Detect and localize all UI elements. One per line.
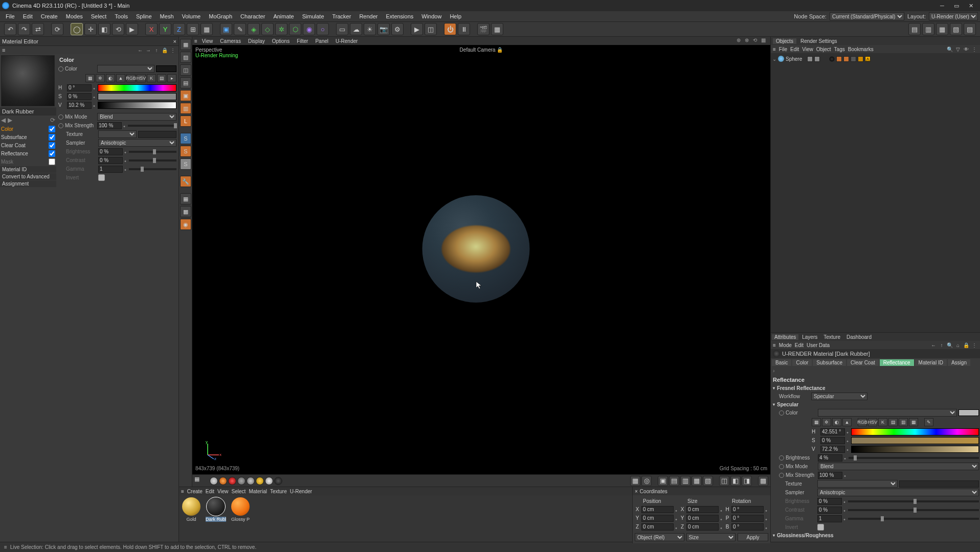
layout-4[interactable]: ▧ bbox=[950, 23, 962, 35]
render-settings[interactable]: ▦ bbox=[491, 23, 503, 35]
color-mode-icon-2[interactable]: ✲ bbox=[96, 74, 105, 82]
attr-menu-userdata[interactable]: User Data bbox=[807, 342, 830, 348]
snap-2[interactable]: S bbox=[180, 146, 191, 157]
mtab-subsurface[interactable]: Subsurface bbox=[813, 359, 846, 366]
live-selection-tool[interactable]: ◯ bbox=[71, 23, 83, 35]
material-gold-swatch[interactable] bbox=[182, 497, 201, 516]
texture-select[interactable] bbox=[98, 130, 137, 138]
vp-btn-d1[interactable]: ▩ bbox=[758, 476, 768, 486]
attr-menu-mode[interactable]: Mode bbox=[779, 342, 792, 348]
primitive-cube[interactable]: ▣ bbox=[220, 23, 232, 35]
mtab-basic[interactable]: Basic bbox=[772, 359, 791, 366]
generator-3[interactable]: ✲ bbox=[275, 23, 287, 35]
texture-field[interactable] bbox=[138, 131, 176, 138]
mtab-clearcoat[interactable]: Clear Coat bbox=[847, 359, 879, 366]
vp-menu-urender[interactable]: U-Render bbox=[333, 38, 360, 44]
rot-h-input[interactable] bbox=[731, 506, 764, 513]
obj-menu-tags[interactable]: Tags bbox=[834, 47, 845, 52]
redo-button[interactable]: ↷ bbox=[18, 23, 30, 35]
size-x-input[interactable] bbox=[686, 506, 719, 513]
spec-color-radio[interactable] bbox=[779, 410, 784, 416]
history-button[interactable]: ⟳ bbox=[51, 23, 63, 35]
obj-eye-icon[interactable]: 👁 bbox=[963, 45, 970, 53]
mixstr-slider[interactable] bbox=[128, 125, 176, 127]
vp-menu-options[interactable]: Options bbox=[270, 38, 292, 44]
vp-btn-c1[interactable]: ◫ bbox=[719, 476, 729, 486]
attr-back-icon[interactable]: ← bbox=[930, 341, 937, 349]
vp-btn-a1[interactable]: ▦ bbox=[630, 476, 640, 486]
attr-home-icon[interactable]: ⌂ bbox=[954, 341, 962, 349]
refresh-icon[interactable]: ⟳ bbox=[50, 117, 55, 124]
spec-hue-slider[interactable] bbox=[851, 428, 979, 435]
channel-clearcoat[interactable]: Clear Coat bbox=[0, 141, 56, 149]
vp-btn-b1[interactable]: ▣ bbox=[658, 476, 668, 486]
object-name[interactable]: Sphere bbox=[786, 56, 802, 62]
menu-tracker[interactable]: Tracker bbox=[329, 12, 355, 20]
menu-spline[interactable]: Spline bbox=[132, 12, 155, 20]
color-mode-k[interactable]: K bbox=[147, 74, 156, 82]
coord-close-icon[interactable]: × bbox=[635, 489, 638, 494]
mb-edit[interactable]: Edit bbox=[206, 489, 214, 494]
mixmode-select[interactable]: Blend bbox=[97, 113, 176, 121]
color-select[interactable] bbox=[97, 65, 154, 73]
tab-attributes[interactable]: Attributes bbox=[772, 334, 798, 340]
spline-pen[interactable]: ✎ bbox=[234, 23, 246, 35]
mb-material[interactable]: Material bbox=[249, 489, 267, 494]
layout-5[interactable]: ▨ bbox=[964, 23, 976, 35]
mb-urender[interactable]: U-Render bbox=[290, 489, 312, 494]
nav-back-icon[interactable]: ← bbox=[137, 47, 144, 54]
minimize-button[interactable]: ─ bbox=[935, 1, 949, 11]
workplane-mode[interactable]: ▤ bbox=[180, 77, 191, 88]
generator-1[interactable]: ◈ bbox=[248, 23, 260, 35]
spec-mode-7[interactable]: ▤ bbox=[888, 418, 898, 426]
tool-wrench[interactable]: 🔧 bbox=[180, 176, 191, 187]
mb-select[interactable]: Select bbox=[232, 489, 246, 494]
channel-mask[interactable]: Mask bbox=[0, 157, 56, 166]
tab-render-settings[interactable]: Render Settings bbox=[797, 38, 840, 44]
spec-mode-1[interactable]: ▦ bbox=[812, 418, 821, 426]
channel-subsurface-check[interactable] bbox=[49, 134, 55, 141]
render-view[interactable]: ▶ bbox=[411, 23, 423, 35]
move-tool[interactable]: ✛ bbox=[84, 23, 97, 35]
spec-val-slider[interactable] bbox=[851, 446, 979, 453]
coord-mode-select[interactable]: Object (Rel) bbox=[635, 533, 684, 541]
scene-obj[interactable]: ◉ bbox=[303, 23, 315, 35]
mb-create[interactable]: Create bbox=[187, 489, 203, 494]
vp-btn-b5[interactable]: ▧ bbox=[703, 476, 713, 486]
layout-3[interactable]: ▦ bbox=[936, 23, 948, 35]
obj-menu-file[interactable]: File bbox=[779, 47, 787, 52]
obj-hamburger-icon[interactable]: ≡ bbox=[773, 47, 776, 52]
nav-fwd-icon[interactable]: → bbox=[145, 47, 152, 54]
s-input[interactable] bbox=[67, 93, 92, 100]
channel-subsurface[interactable]: Subsurface bbox=[0, 133, 56, 141]
material-glossy[interactable]: Glossy P bbox=[230, 497, 251, 522]
rotate-tool[interactable]: ⟲ bbox=[112, 23, 124, 35]
mixstr-radio[interactable] bbox=[58, 123, 63, 128]
obj-tag-1[interactable] bbox=[829, 56, 835, 62]
obj-menu-bookmarks[interactable]: Bookmarks bbox=[848, 47, 874, 52]
edge-mode[interactable]: ▥ bbox=[180, 103, 191, 114]
channel-clearcoat-check[interactable] bbox=[49, 142, 55, 149]
shading-6[interactable] bbox=[256, 477, 264, 485]
layout-1[interactable]: ▤ bbox=[908, 23, 921, 35]
shading-7[interactable] bbox=[265, 477, 273, 485]
coord-system[interactable]: ⊞ bbox=[187, 23, 199, 35]
spec-mode-3[interactable]: ◐ bbox=[832, 418, 841, 426]
pos-y-input[interactable] bbox=[641, 515, 674, 522]
menu-extensions[interactable]: Extensions bbox=[382, 12, 417, 20]
color-mode-rgb[interactable]: RGB bbox=[126, 74, 136, 82]
menu-help[interactable]: Help bbox=[446, 12, 465, 20]
spec-h-input[interactable] bbox=[820, 428, 845, 435]
status-hamburger-icon[interactable]: ≡ bbox=[4, 544, 7, 550]
grid-1[interactable]: ▦ bbox=[180, 193, 191, 204]
layout-2[interactable]: ▥ bbox=[922, 23, 934, 35]
mb-view[interactable]: View bbox=[217, 489, 229, 494]
spec-mixstr-input[interactable] bbox=[818, 472, 842, 479]
snap-3[interactable]: S bbox=[180, 158, 191, 170]
render-region[interactable]: ◫ bbox=[425, 23, 437, 35]
spec-mixmode-radio[interactable] bbox=[779, 464, 784, 469]
vp-btn-c2[interactable]: ◧ bbox=[730, 476, 741, 486]
vp-menu-view[interactable]: View bbox=[199, 38, 216, 44]
rot-b-input[interactable] bbox=[731, 523, 764, 531]
tab-texture[interactable]: Texture bbox=[821, 334, 843, 340]
